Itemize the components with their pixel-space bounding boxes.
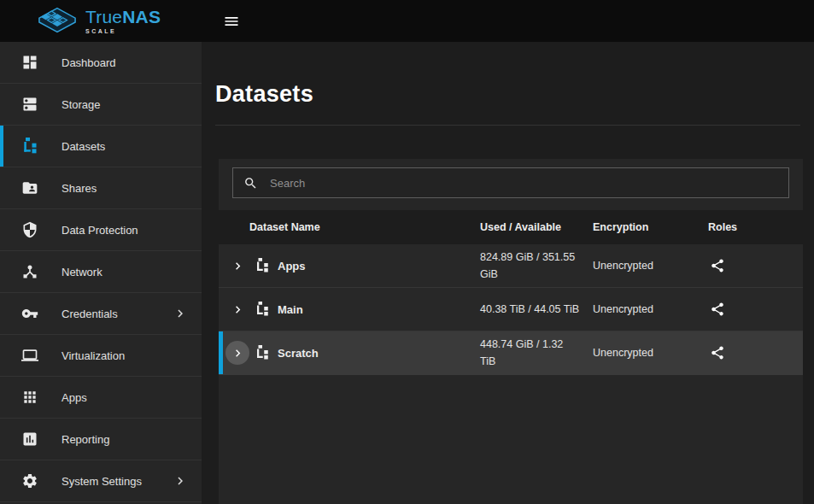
sidebar-item-credentials[interactable]: Credentials [0,293,202,335]
dataset-icon [255,258,270,273]
chevron-right-icon [173,473,188,489]
share-icon[interactable] [708,300,727,319]
used-available-value: 40.38 TiB / 44.05 TiB [480,301,593,318]
apps-icon [20,388,39,407]
brand-subtitle: SCALE [85,28,161,34]
search-box[interactable] [232,167,789,198]
search-input[interactable] [268,176,778,190]
sidebar-item-label: Reporting [61,433,109,446]
dataset-icon [255,345,270,360]
expand-chevron-icon[interactable] [225,297,249,321]
sidebar-item-datasets[interactable]: Datasets [0,126,202,167]
share-icon[interactable] [708,343,727,362]
title-divider [215,125,800,126]
system-settings-icon [20,472,39,490]
table-row[interactable]: Main 40.38 TiB / 44.05 TiB Unencrypted [219,288,803,331]
column-header-roles: Roles [708,221,803,233]
truenas-logo-text: TrueNAS SCALE [85,8,161,34]
dataset-name: Scratch [278,347,319,360]
table-header-row: Dataset Name Used / Available Encryption… [219,210,803,244]
sidebar-item-label: Shares [61,182,97,195]
sidebar-item-system-settings[interactable]: System Settings [0,460,202,502]
column-header-used-available: Used / Available [480,221,593,233]
used-available-value: 824.89 GiB / 351.55 GiB [480,249,593,283]
sidebar-item-apps[interactable]: Apps [0,377,202,419]
column-header-encryption: Encryption [593,221,708,233]
sidebar-item-data-protection[interactable]: Data Protection [0,209,202,251]
sidebar-item-label: Virtualization [61,349,125,362]
chevron-right-icon [173,306,188,321]
sidebar-item-label: Data Protection [61,224,138,237]
encryption-value: Unencrypted [593,347,708,359]
sidebar-item-label: Storage [61,98,101,111]
sidebar-item-dashboard[interactable]: Dashboard [0,42,202,84]
sidebar-item-network[interactable]: Network [0,251,202,293]
sidebar-item-label: Apps [61,391,87,404]
expand-chevron-icon[interactable] [225,254,249,278]
sidebar-item-label: Datasets [61,140,105,153]
table-row[interactable]: Scratch 448.74 GiB / 1.32 TiB Unencrypte… [219,331,803,375]
network-icon [20,262,39,281]
credentials-icon [20,304,39,323]
share-icon[interactable] [708,256,727,275]
shares-icon [20,179,39,197]
top-bar: TrueNAS SCALE [0,0,814,42]
page-title: Datasets [202,42,814,107]
truenas-logo[interactable]: TrueNAS SCALE [0,6,202,37]
dataset-name: Main [278,303,303,316]
sidebar-item-reporting[interactable]: Reporting [0,419,202,460]
search-icon [243,176,258,190]
dataset-icon [255,302,270,317]
sidebar-item-label: Credentials [61,308,118,320]
sidebar-item-label: Dashboard [61,56,116,69]
datasets-card: Dataset Name Used / Available Encryption… [219,159,803,504]
truenas-app-window: TrueNAS SCALE Dashboard Storage Datasets… [0,0,814,504]
reporting-icon [20,430,39,448]
main-content: Datasets Dataset Name Used / Available E… [202,42,814,504]
sidebar-nav: Dashboard Storage Datasets Shares Data P… [0,42,202,504]
virtualization-icon [20,346,39,365]
dataset-name: Apps [278,260,306,273]
expand-chevron-icon[interactable] [225,341,249,365]
encryption-value: Unencrypted [593,303,708,315]
data-protection-icon [20,220,39,239]
menu-hamburger-icon[interactable] [220,10,243,32]
sidebar-item-label: Network [61,266,102,278]
datasets-icon [20,137,39,155]
column-header-dataset-name: Dataset Name [219,221,480,233]
table-row[interactable]: Apps 824.89 GiB / 351.55 GiB Unencrypted [219,244,803,288]
encryption-value: Unencrypted [593,260,708,272]
brand-name: TrueNAS [85,8,161,26]
dashboard-icon [20,53,39,72]
search-section [219,159,803,210]
storage-icon [20,95,39,114]
sidebar-item-shares[interactable]: Shares [0,167,202,209]
sidebar-item-label: System Settings [61,475,142,488]
used-available-value: 448.74 GiB / 1.32 TiB [480,336,593,370]
sidebar-item-storage[interactable]: Storage [0,84,202,126]
truenas-logo-icon [38,6,77,37]
sidebar-item-virtualization[interactable]: Virtualization [0,335,202,377]
